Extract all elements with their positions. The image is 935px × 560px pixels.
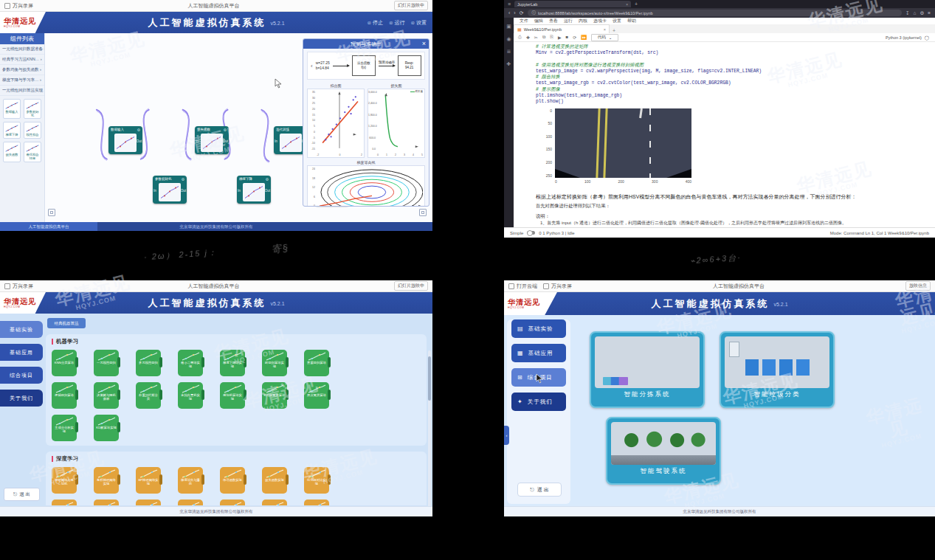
node-input-port[interactable]: In <box>153 189 156 193</box>
algorithm-tile[interactable]: 层次聚类算法 <box>304 382 329 409</box>
node-gear-icon[interactable]: ⚙ <box>266 177 269 182</box>
menu-item[interactable]: 帮助 <box>627 18 636 24</box>
simple-mode-toggle[interactable] <box>527 231 535 235</box>
algorithm-tile[interactable]: 神经网络与感知机 <box>52 467 77 494</box>
cell-type-dropdown[interactable]: 代码 ⌄ <box>591 34 619 41</box>
sidebar-nav-button[interactable]: ⊞ 综合项目 <box>511 368 566 387</box>
browser-action-icon[interactable]: ↧ <box>905 10 909 16</box>
sidebar-nav-button[interactable]: ▦ 基础应用 <box>511 344 566 362</box>
flow-node[interactable]: 梯度下降 ⚙ In Out <box>237 176 271 204</box>
menu-item[interactable]: 文件 <box>520 18 528 24</box>
algorithm-tile[interactable]: 朴素贝叶斯分类 <box>136 382 161 409</box>
node-output-port[interactable]: Out <box>265 189 270 193</box>
activity-bar-icon[interactable]: ◉ <box>506 36 511 42</box>
component-tile[interactable]: 梯度下降 <box>3 122 21 139</box>
algorithm-tile[interactable]: 正则化方法实现 <box>94 499 119 505</box>
menu-item[interactable]: 内核 <box>579 18 587 24</box>
address-bar[interactable]: ⓘ localhost:8888/lab/workspaces/auto-x/t… <box>528 10 902 16</box>
activity-bar-icon[interactable]: ≣ <box>507 49 511 55</box>
algorithm-tile[interactable]: 岭回归算法实现 <box>262 350 287 376</box>
category-chip[interactable]: 经典机器算法 <box>47 318 86 328</box>
toolbar-icon[interactable]: ⟳ <box>573 35 576 40</box>
algorithm-tile[interactable]: 最小二乘法实现 <box>178 350 203 376</box>
scrollbar-thumb[interactable] <box>428 356 431 401</box>
browser-action-icon[interactable]: ≡ <box>928 10 931 16</box>
project-card[interactable]: 智能垃圾分类 <box>720 331 835 408</box>
canvas-zoom-icon[interactable] <box>48 209 55 216</box>
sidebar-nav-button[interactable]: 关于我们 <box>0 390 43 407</box>
component-group-item[interactable]: 一元线性回归算法实现 ⌄ <box>0 86 44 96</box>
toolbar-icon[interactable]: ⎘ <box>550 35 553 40</box>
browser-action-icon[interactable]: ⚙ <box>920 10 924 16</box>
algorithm-tile[interactable]: 卷积神经网络实现 <box>94 467 119 494</box>
algorithm-tile[interactable]: 多元线性回归 <box>136 350 161 376</box>
close-icon[interactable]: × <box>422 39 426 49</box>
header-action-button[interactable]: ⊙ 运行 <box>389 19 405 27</box>
component-tile[interactable]: 数据输入 <box>3 99 21 119</box>
footer-tab[interactable]: 人工智能虚拟仿真平台 <box>0 222 97 231</box>
algorithm-tile[interactable]: 参数初始化方法 <box>220 499 245 505</box>
new-tab-icon[interactable]: + <box>635 1 638 7</box>
menu-item[interactable]: 运行 <box>564 18 573 24</box>
sidebar-nav-button[interactable]: 基础实验 <box>0 321 43 338</box>
reload-icon[interactable]: ⟳ <box>520 10 524 16</box>
notebook-tab-close-icon[interactable]: × <box>604 27 606 32</box>
algorithm-tile[interactable]: 批量归一化实现 <box>178 499 203 505</box>
notebook-tab[interactable]: ▦ Week9&10/Per.ipynb × <box>514 24 610 33</box>
component-group-item[interactable]: 一元线性回归数据准备 › <box>0 44 44 55</box>
algorithm-tile[interactable]: KD树算法实现 <box>94 415 119 441</box>
component-tile[interactable]: 损失函数 <box>3 142 21 162</box>
node-input-port[interactable]: In <box>196 139 199 143</box>
toolbar-icon[interactable]: ✂ <box>534 35 538 40</box>
algorithm-tile[interactable]: 梯度消失与爆炸 <box>178 467 203 494</box>
flow-node[interactable]: 损失函数 ⚙ In Out <box>195 126 229 154</box>
component-group-item[interactable]: 梯度下降与学习率… › <box>0 75 44 86</box>
component-tile[interactable]: 线性拟合 <box>24 122 41 139</box>
algorithm-tile[interactable]: 主成分分析实现 <box>52 415 77 441</box>
node-input-port[interactable]: In <box>238 189 241 193</box>
algorithm-tile[interactable]: 一元线性回归 <box>94 350 119 376</box>
menu-item[interactable]: 选项卡 <box>593 18 607 24</box>
menu-item[interactable]: 设置 <box>613 18 621 24</box>
toolbar-icon[interactable]: ⏩ <box>581 35 587 40</box>
activity-bar-icon[interactable]: ✚ <box>507 61 511 67</box>
toolbar-icon[interactable]: ▶ <box>558 35 562 40</box>
toolbar-icon[interactable]: ■ <box>566 35 569 40</box>
algorithm-tile[interactable]: 激活函数实现 <box>220 467 245 494</box>
browser-menu-icon[interactable]: ≡ <box>508 1 511 7</box>
kernel-indicator[interactable]: Python 3 (ipykernel) ◯ <box>886 35 929 40</box>
sidebar-nav-button[interactable]: 综合项目 <box>0 367 43 384</box>
algorithm-tile[interactable]: BP神经网络实现 <box>136 467 161 494</box>
toolbar-icon[interactable]: ⧉ <box>542 35 545 40</box>
back-icon[interactable]: ‹ <box>508 10 510 15</box>
forward-icon[interactable]: › <box>514 10 515 15</box>
panel-titlebar[interactable]: 预测与准确率 × <box>303 39 429 49</box>
node-gear-icon[interactable]: ⚙ <box>137 128 140 132</box>
flow-node[interactable]: 参数初始化 ⚙ In Out <box>153 176 187 204</box>
project-card[interactable]: 智能分拣系统 <box>590 331 705 408</box>
algorithm-tile[interactable]: 套索回归算法 <box>304 350 329 376</box>
header-action-button[interactable]: ⊙ 停止 <box>367 19 383 27</box>
menu-item[interactable]: 查看 <box>549 18 558 24</box>
algorithm-tile[interactable]: 学习率调整策略 <box>52 499 77 505</box>
component-group-item[interactable]: 参数均衡与损失函数 › <box>0 65 44 75</box>
panel-back-icon[interactable]: ‹ <box>311 63 313 69</box>
notebook-content[interactable]: # 计算透视变换的逆矩阵Minv = cv2.getPerspectiveTra… <box>514 41 935 228</box>
canvas-fit-icon[interactable] <box>419 209 427 216</box>
algorithm-tile[interactable]: 逻辑回归算法 <box>52 382 77 409</box>
algorithm-tile[interactable]: 图像分类模型实现 <box>262 499 287 505</box>
browser-tab[interactable]: JupyterLab × <box>514 1 631 7</box>
flow-node[interactable]: 数据输入 ⚙ Out <box>108 126 142 154</box>
node-output-port[interactable]: Out <box>223 139 228 143</box>
node-output-port[interactable]: Out <box>137 139 142 143</box>
algorithm-tile[interactable]: 目标检测模型实现 <box>304 499 329 505</box>
header-action-button[interactable]: ⊙ 设置 <box>410 19 427 27</box>
algorithm-tile[interactable]: 梯度下降法实现 <box>220 350 245 376</box>
node-gear-icon[interactable]: ⚙ <box>224 128 227 132</box>
component-group-item[interactable]: 经典学习方法KNN… › <box>0 55 44 65</box>
scrollbar[interactable] <box>428 350 431 516</box>
site-info-icon[interactable]: ⓘ <box>532 10 536 15</box>
node-gear-icon[interactable]: ⚙ <box>182 177 184 182</box>
toolbar-icon[interactable]: ⎙ <box>518 35 522 40</box>
algorithm-tile[interactable]: KNN分类算法 <box>52 350 77 376</box>
